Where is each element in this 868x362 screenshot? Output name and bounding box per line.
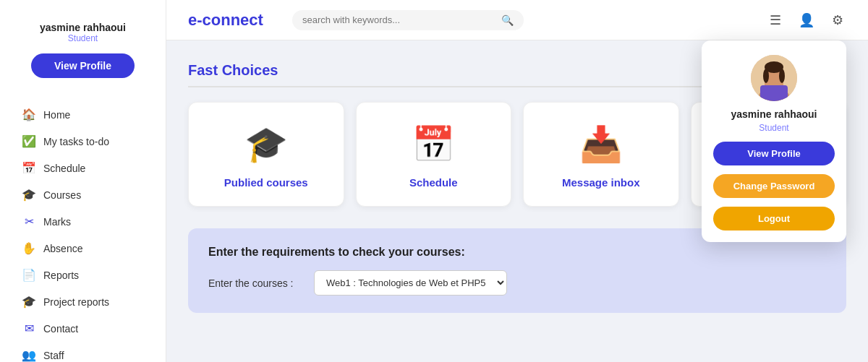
sidebar-item-label: Project reports — [43, 296, 109, 308]
menu-icon-button[interactable]: ☰ — [767, 9, 784, 31]
staff-icon: 👥 — [22, 348, 36, 362]
choice-card-schedule[interactable]: 📅Schedule — [356, 102, 512, 207]
sidebar: yasmine rahhaoui Student View Profile 🏠H… — [0, 0, 166, 362]
sidebar-item-absence[interactable]: ✋Absence — [13, 235, 153, 262]
dropdown-avatar — [751, 55, 797, 101]
sidebar-item-reports[interactable]: 📄Reports — [13, 262, 153, 288]
contact-icon: ✉ — [22, 322, 36, 335]
sidebar-item-label: Contact — [43, 323, 78, 335]
choice-card-message-inbox[interactable]: 📥Message inbox — [523, 102, 679, 207]
sidebar-item-label: My tasks to-do — [43, 136, 109, 147]
sidebar-item-marks[interactable]: ✂Marks — [13, 208, 153, 235]
sidebar-item-staff[interactable]: 👥Staff — [13, 342, 153, 362]
schedule-label: Schedule — [409, 176, 458, 189]
sidebar-item-label: Schedule — [43, 163, 85, 174]
sidebar-username: yasmine rahhaoui — [40, 22, 126, 33]
sidebar-nav: 🏠Home✅My tasks to-do📅Schedule🎓Courses✂Ma… — [0, 101, 166, 362]
dropdown-logout-button[interactable]: Logout — [713, 207, 835, 230]
dropdown-view-profile-button[interactable]: View Profile — [713, 142, 835, 165]
marks-icon: ✂ — [22, 215, 36, 228]
svg-point-16 — [763, 69, 769, 83]
dropdown-role: Student — [759, 123, 788, 133]
home-icon: 🏠 — [22, 108, 36, 121]
courses-select[interactable]: Web1 : Technologies de Web et PHP5Web2 :… — [314, 270, 507, 296]
user-icon-button[interactable]: 👤 — [796, 9, 817, 31]
publied-courses-icon: 🎓 — [244, 124, 288, 165]
profile-dropdown: yasmine rahhaoui Student View Profile Ch… — [702, 40, 846, 242]
requirements-row: Enter the courses : Web1 : Technologies … — [208, 270, 826, 296]
sidebar-item-contact[interactable]: ✉Contact — [13, 315, 153, 342]
sidebar-item-project-reports[interactable]: 🎓Project reports — [13, 288, 153, 315]
sidebar-item-label: Courses — [43, 189, 81, 201]
svg-rect-13 — [760, 85, 788, 101]
sidebar-item-label: Staff — [43, 350, 64, 361]
sidebar-item-label: Home — [43, 109, 70, 121]
sidebar-role: Student — [68, 33, 98, 43]
reports-icon: 📄 — [22, 268, 36, 282]
sidebar-item-label: Marks — [43, 216, 71, 228]
topbar: e-connect 🔍 ☰ 👤 ⚙ — [166, 0, 868, 40]
sidebar-item-courses[interactable]: 🎓Courses — [13, 181, 153, 208]
choice-card-publied-courses[interactable]: 🎓Publied courses — [188, 102, 344, 207]
svg-point-17 — [779, 69, 785, 83]
message-inbox-icon: 📥 — [579, 124, 623, 165]
app-logo: e-connect — [188, 11, 263, 30]
sidebar-item-my-tasks[interactable]: ✅My tasks to-do — [13, 128, 153, 155]
settings-icon-button[interactable]: ⚙ — [829, 9, 846, 31]
publied-courses-label: Publied courses — [224, 176, 308, 189]
dropdown-username: yasmine rahhaoui — [731, 108, 817, 120]
search-bar[interactable]: 🔍 — [292, 10, 524, 30]
sidebar-item-label: Absence — [43, 243, 82, 254]
courses-icon: 🎓 — [22, 188, 36, 202]
project-reports-icon: 🎓 — [22, 295, 36, 309]
main-area: e-connect 🔍 ☰ 👤 ⚙ Fast Choices 🎓Publied … — [166, 0, 868, 362]
requirements-title: Enter the requirements to check your cou… — [208, 246, 826, 259]
sidebar-item-home[interactable]: 🏠Home — [13, 101, 153, 128]
schedule-icon: 📅 — [22, 161, 36, 175]
courses-label: Enter the courses : — [208, 277, 302, 289]
message-inbox-label: Message inbox — [562, 176, 640, 189]
schedule-icon: 📅 — [412, 124, 455, 165]
my-tasks-icon: ✅ — [22, 134, 36, 148]
dropdown-change-password-button[interactable]: Change Password — [713, 174, 835, 198]
topbar-actions: ☰ 👤 ⚙ — [767, 9, 846, 31]
sidebar-item-label: Reports — [43, 270, 79, 281]
absence-icon: ✋ — [22, 241, 36, 255]
search-icon: 🔍 — [501, 14, 514, 26]
sidebar-item-schedule[interactable]: 📅Schedule — [13, 155, 153, 181]
search-input[interactable] — [302, 14, 495, 25]
sidebar-view-profile-button[interactable]: View Profile — [31, 53, 135, 78]
